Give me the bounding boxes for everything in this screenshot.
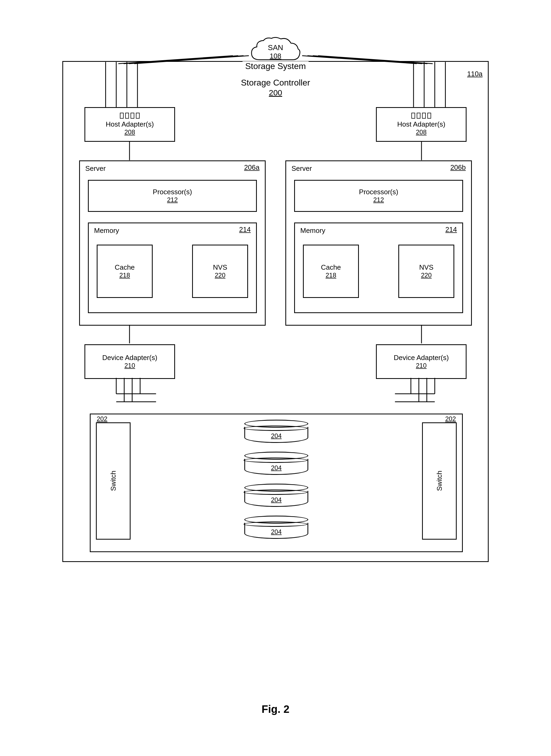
memory-right-label: Memory bbox=[300, 227, 325, 235]
host-adapter-left-label: Host Adapter(s) bbox=[106, 120, 154, 128]
device-adapter-left-label: Device Adapter(s) bbox=[102, 354, 157, 362]
processor-right-label: Processor(s) bbox=[359, 188, 398, 196]
device-adapter-left: Device Adapter(s) 210 bbox=[84, 344, 175, 379]
processor-left: Processor(s) 212 bbox=[88, 180, 257, 212]
disks-container: 204 204 bbox=[144, 420, 409, 542]
memory-right: Memory 214 Cache 218 NVS 220 bbox=[294, 223, 463, 313]
processor-right-ref: 212 bbox=[373, 196, 384, 204]
device-adapter-right: Device Adapter(s) 210 bbox=[376, 344, 467, 379]
switch-right-ref: 202 bbox=[445, 415, 456, 423]
nvs-right-ref: 220 bbox=[421, 272, 432, 279]
cache-right-label: Cache bbox=[321, 263, 341, 272]
nvs-left-ref: 220 bbox=[215, 272, 225, 279]
server-left: Server 206a Processor(s) 212 Memory 214 … bbox=[79, 160, 265, 326]
processor-left-label: Processor(s) bbox=[153, 188, 192, 196]
memory-right-ref: 214 bbox=[446, 226, 457, 234]
cache-right-ref: 218 bbox=[326, 272, 336, 279]
storage-controller-label: Storage Controller 200 bbox=[241, 78, 310, 97]
memory-left-ref: 214 bbox=[239, 226, 251, 234]
pin bbox=[130, 113, 134, 118]
cache-left-label: Cache bbox=[115, 263, 134, 272]
switch-left-ref: 202 bbox=[97, 415, 107, 423]
storage-system-ref: 110a bbox=[467, 70, 483, 78]
page: SAN 108 Storage System 110a Storage Cont… bbox=[22, 18, 529, 738]
device-adapter-left-ref: 210 bbox=[124, 362, 135, 369]
diagram: SAN 108 Storage System 110a Storage Cont… bbox=[49, 29, 502, 695]
host-adapter-right-ref: 208 bbox=[416, 128, 427, 136]
server-right-label: Server bbox=[292, 164, 312, 173]
pin-connector-left bbox=[120, 113, 140, 118]
san-label: SAN 108 bbox=[268, 43, 283, 60]
cache-right: Cache 218 bbox=[303, 245, 359, 298]
disk-label-2: 204 bbox=[271, 464, 282, 472]
memory-left-label: Memory bbox=[94, 227, 119, 235]
disk-mid-1 bbox=[243, 426, 308, 431]
disk-mid-3 bbox=[243, 489, 308, 495]
pin bbox=[411, 113, 415, 118]
disk-mid-4 bbox=[243, 521, 308, 527]
nvs-right: NVS 220 bbox=[398, 245, 454, 298]
disk-4: 204 bbox=[244, 516, 308, 542]
pin bbox=[427, 113, 431, 118]
processor-left-ref: 212 bbox=[167, 196, 178, 204]
disk-1: 204 bbox=[244, 420, 308, 446]
pin bbox=[417, 113, 421, 118]
cache-left: Cache 218 bbox=[97, 245, 153, 298]
server-left-ref: 206a bbox=[244, 163, 259, 171]
figure-label: Fig. 2 bbox=[261, 703, 290, 715]
pin bbox=[125, 113, 129, 118]
pin-connector-right bbox=[411, 113, 431, 118]
host-adapter-left-ref: 208 bbox=[124, 128, 135, 136]
pin bbox=[136, 113, 140, 118]
disk-2: 204 bbox=[244, 452, 308, 478]
server-left-label: Server bbox=[85, 164, 106, 173]
storage-system-box: Storage System 110a Storage Controller 2… bbox=[62, 61, 489, 562]
switch-left-label: Switch bbox=[109, 471, 117, 491]
disk-label-3: 204 bbox=[271, 496, 282, 504]
disk-3: 204 bbox=[244, 484, 308, 510]
server-right: Server 206b Processor(s) 212 Memory 214 … bbox=[286, 160, 472, 326]
disk-label-4: 204 bbox=[271, 528, 282, 535]
disk-mid-2 bbox=[243, 457, 308, 463]
nvs-left-label: NVS bbox=[213, 263, 227, 272]
switch-left: 202 Switch bbox=[96, 422, 130, 539]
cache-left-ref: 218 bbox=[119, 272, 130, 279]
host-adapter-right: Host Adapter(s) 208 bbox=[376, 107, 467, 142]
switch-right: 202 Switch bbox=[422, 422, 457, 539]
nvs-right-label: NVS bbox=[419, 263, 433, 272]
switch-right-label: Switch bbox=[435, 471, 444, 491]
pin bbox=[422, 113, 426, 118]
disk-label-1: 204 bbox=[271, 432, 282, 440]
processor-right: Processor(s) 212 bbox=[294, 180, 463, 212]
pin bbox=[120, 113, 124, 118]
switch-area: 202 Switch 202 Switch 204 bbox=[90, 414, 463, 552]
nvs-left: NVS 220 bbox=[192, 245, 248, 298]
memory-left: Memory 214 Cache 218 NVS 220 bbox=[88, 223, 257, 313]
storage-system-label: Storage System bbox=[242, 61, 309, 71]
host-adapter-right-label: Host Adapter(s) bbox=[397, 120, 446, 128]
server-right-ref: 206b bbox=[450, 163, 466, 171]
device-adapter-right-ref: 210 bbox=[416, 362, 427, 369]
device-adapter-right-label: Device Adapter(s) bbox=[394, 354, 449, 362]
host-adapter-left: Host Adapter(s) 208 bbox=[84, 107, 175, 142]
